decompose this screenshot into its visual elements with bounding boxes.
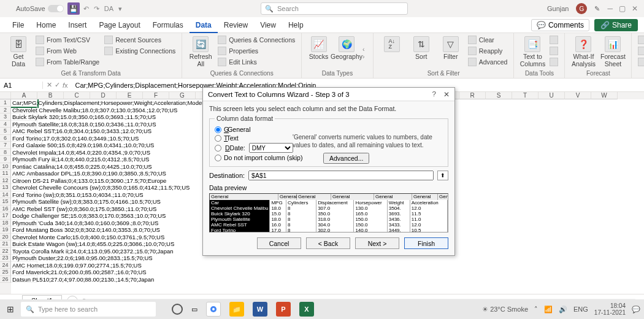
destination-label: Destination: <box>209 172 245 179</box>
username-label[interactable]: Gunjan <box>547 5 569 12</box>
text-to-columns-dialog: Convert Text to Columns Wizard - Step 3 … <box>202 87 455 256</box>
forecast-button[interactable]: 📊Forecast Sheet <box>599 35 626 67</box>
tab-page-layout[interactable]: Page Layout <box>93 18 146 32</box>
recent-sources-button[interactable]: Recent Sources <box>103 35 177 45</box>
search-input[interactable]: 🔍 Search <box>261 2 408 15</box>
toggle-switch[interactable] <box>48 5 64 12</box>
row-headers[interactable]: 1234567891011121314151617181920212223242… <box>0 99 11 294</box>
tab-view[interactable]: View <box>254 18 282 32</box>
subtotal-button[interactable]: Subtotal <box>637 57 644 67</box>
share-button[interactable]: 🔗 Share <box>594 19 638 31</box>
text-to-columns-button[interactable]: 📑Text to Columns <box>519 35 546 67</box>
chrome-icon[interactable] <box>206 302 221 317</box>
back-button[interactable]: < Back <box>306 237 350 249</box>
tab-insert[interactable]: Insert <box>62 18 93 32</box>
maximize-icon[interactable]: ▢ <box>619 4 626 13</box>
help-icon[interactable]: ? <box>432 90 436 99</box>
avatar[interactable]: G <box>576 3 587 14</box>
refresh-all-button[interactable]: 🔄Refresh All <box>187 35 214 67</box>
qat-dropdown[interactable]: DA <box>104 5 113 12</box>
reapply-button[interactable]: Reapply <box>467 46 509 56</box>
svg-point-1 <box>212 308 215 310</box>
range-picker-icon[interactable]: ⬆ <box>437 171 448 180</box>
filter-button[interactable]: ▽Filter <box>437 35 464 60</box>
explorer-icon[interactable]: 📁 <box>229 302 244 317</box>
ribbon: 🗄Get Data From Text/CSV From Web From Ta… <box>0 33 644 79</box>
fieldset-legend: Column data format <box>215 115 275 122</box>
group-label: Get & Transform Data <box>5 70 177 78</box>
from-text-csv-button[interactable]: From Text/CSV <box>34 35 101 45</box>
date-format-select[interactable]: DMY <box>249 143 293 153</box>
get-data-button[interactable]: 🗄Get Data <box>5 35 32 67</box>
clear-button[interactable]: Clear <box>467 35 509 45</box>
window-titlebar: AutoSave 💾 ↶ ↷ DA ▾ 🔍 Search Gunjan G ✎ … <box>0 0 644 17</box>
queries-button[interactable]: Queries & Connections <box>217 35 296 45</box>
start-icon[interactable]: ⊞ <box>4 302 17 316</box>
task-view-icon[interactable]: ▭ <box>191 306 197 313</box>
cancel-button[interactable]: Cancel <box>257 237 301 249</box>
group-label: Forecast <box>570 70 626 78</box>
format-hint: 'General' converts numeric values to num… <box>293 133 437 149</box>
word-icon[interactable]: W <box>253 302 267 317</box>
sort-az-button[interactable]: A↓Z <box>378 35 405 52</box>
ungroup-button[interactable]: Ungroup ▾ <box>637 46 644 56</box>
pen-icon[interactable]: ✎ <box>594 5 600 13</box>
clock[interactable]: 18:0417-11-2021 <box>594 302 626 316</box>
comments-button[interactable]: 💬 Comments <box>531 19 589 31</box>
column-format-fieldset: Column data format GGeneral TText DDate:… <box>209 115 448 167</box>
chevron-down-icon[interactable]: ▾ <box>118 5 122 13</box>
cortana-icon[interactable] <box>172 304 183 315</box>
sort-button[interactable]: ⇅Sort <box>408 35 435 60</box>
close-icon[interactable]: ✕ <box>632 4 638 13</box>
undo-icon[interactable]: ↶ <box>83 5 89 13</box>
save-icon[interactable]: 💾 <box>67 2 80 15</box>
name-box[interactable]: A1 <box>0 82 43 89</box>
volume-icon[interactable]: 🔊 <box>559 306 567 313</box>
from-table-button[interactable]: From Table/Range <box>34 57 101 67</box>
fx-icon[interactable]: fx <box>63 82 68 89</box>
tab-review[interactable]: Review <box>218 18 254 32</box>
taskbar-search[interactable]: 🔍 Type here to search <box>21 302 156 317</box>
close-icon[interactable]: ✕ <box>443 90 450 99</box>
excel-icon[interactable]: X <box>299 302 314 317</box>
tab-help[interactable]: Help <box>282 18 310 32</box>
cancel-formula-icon[interactable]: ✕ <box>47 81 52 89</box>
finish-button[interactable]: Finish <box>404 237 448 249</box>
tab-data[interactable]: Data <box>190 18 218 33</box>
from-web-button[interactable]: From Web <box>34 46 101 56</box>
enter-formula-icon[interactable]: ✓ <box>55 81 60 89</box>
tray-chevron-icon[interactable]: ˄ <box>534 306 538 313</box>
group-button[interactable]: Group ▾ <box>637 35 644 45</box>
redo-icon[interactable]: ↷ <box>94 5 99 13</box>
windows-taskbar: ⊞ 🔍 Type here to search ▭ 📁 W P X ☀ 23°C… <box>0 299 644 319</box>
tab-home[interactable]: Home <box>30 18 62 32</box>
advanced-button[interactable]: Advanced <box>467 57 509 67</box>
weather-widget[interactable]: ☀ 23°C Smoke <box>482 306 528 313</box>
preview-label: Data preview <box>209 184 448 191</box>
existing-conn-button[interactable]: Existing Connections <box>103 46 177 56</box>
wifi-icon[interactable]: 📶 <box>544 306 553 313</box>
advanced-button[interactable]: Advanced... <box>323 153 369 164</box>
group-label: Queries & Connections <box>187 70 296 78</box>
autosave-toggle[interactable]: AutoSave <box>16 5 64 12</box>
dialog-description: This screen lets you select each column … <box>209 105 448 112</box>
destination-input[interactable] <box>248 171 434 180</box>
edit-links-button[interactable]: Edit Links <box>217 57 296 67</box>
data-preview[interactable]: GeneralGeneralGeneralGeneralGeneralGener… <box>209 193 448 233</box>
next-button[interactable]: Next > <box>355 237 399 249</box>
search-icon: 🔍 <box>265 5 274 13</box>
dialog-title: Convert Text to Columns Wizard - Step 3 … <box>208 91 350 98</box>
whatif-button[interactable]: ❓What-If Analysis <box>570 35 597 67</box>
tab-formulas[interactable]: Formulas <box>147 18 190 32</box>
group-label: Outline <box>637 70 644 78</box>
powerpoint-icon[interactable]: P <box>276 302 291 317</box>
properties-button[interactable]: Properties <box>217 46 296 56</box>
minimize-icon[interactable]: ─ <box>607 4 613 13</box>
notifications-icon[interactable]: 💬 <box>632 306 640 313</box>
radio-general[interactable]: GGeneral <box>215 126 443 133</box>
stocks-button[interactable]: 📈Stocks <box>307 35 331 60</box>
geography-button[interactable]: 🌍Geography <box>333 35 360 60</box>
search-placeholder: Search <box>277 5 299 12</box>
tab-file[interactable]: File <box>6 18 30 32</box>
language-icon[interactable]: ENG <box>573 306 588 313</box>
